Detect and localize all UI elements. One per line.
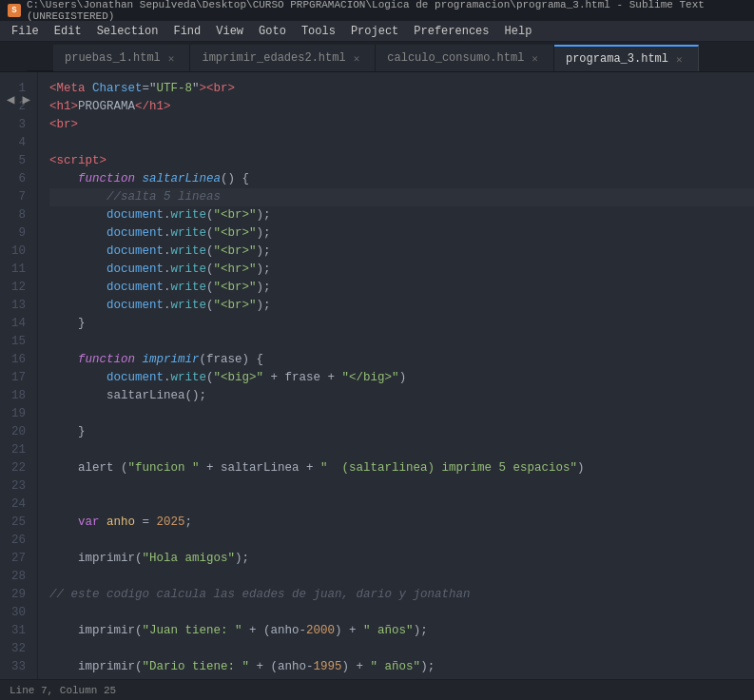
- code-area[interactable]: <Meta Charset="UTF-8"><br> <h1>PROGRAMA<…: [38, 72, 754, 679]
- code-line-17: document.write("<big>" + frase + "</big>…: [49, 369, 754, 387]
- code-line-20: }: [49, 423, 754, 441]
- code-line-15: [49, 333, 754, 351]
- menu-help[interactable]: Help: [497, 21, 540, 41]
- code-line-11: document.write("<hr>");: [49, 261, 754, 279]
- code-line-2: <h1>PROGRAMA</h1>: [49, 98, 754, 116]
- code-line-18: saltarLinea();: [49, 387, 754, 405]
- menubar: File Edit Selection Find View Goto Tools…: [0, 21, 754, 42]
- code-line-8: document.write("<br>");: [49, 206, 754, 224]
- code-line-21: [49, 441, 754, 459]
- titlebar: S C:\Users\Jonathan Sepulveda\Desktop\CU…: [0, 0, 754, 21]
- tab-calculo[interactable]: calculo_consumo.html ✕: [376, 45, 554, 71]
- menu-project[interactable]: Project: [343, 21, 406, 41]
- tab-close[interactable]: ✕: [166, 52, 177, 65]
- app-icon: S: [8, 4, 21, 17]
- tab-close[interactable]: ✕: [352, 52, 362, 65]
- code-line-6: function saltarLinea() {: [49, 170, 754, 188]
- line-numbers: 1234 5678 9101112 13141516 17181920 2122…: [0, 72, 38, 679]
- menu-goto[interactable]: Goto: [251, 21, 294, 41]
- code-line-28: [49, 568, 754, 586]
- code-line-1: <Meta Charset="UTF-8"><br>: [49, 80, 754, 98]
- tab-nav-arrows: ◀ ▶: [4, 84, 33, 114]
- status-position: Line 7, Column 25: [10, 685, 116, 696]
- code-line-33: imprimir("Dario tiene: " + (anho-1995) +…: [49, 658, 754, 676]
- tab-label: calculo_consumo.html: [387, 51, 524, 65]
- code-line-23: [49, 477, 754, 496]
- title-text: C:\Users\Jonathan Sepulveda\Desktop\CURS…: [27, 0, 746, 22]
- code-line-29: // este codigo calcula las edades de jua…: [49, 586, 754, 604]
- code-line-12: document.write("<br>");: [49, 279, 754, 297]
- tab-label-active: programa_3.html: [566, 52, 668, 66]
- code-line-26: [49, 532, 754, 550]
- code-line-24: [49, 496, 754, 514]
- menu-file[interactable]: File: [4, 21, 47, 41]
- code-line-19: [49, 405, 754, 423]
- menu-view[interactable]: View: [208, 21, 251, 41]
- code-line-7: //salta 5 lineas: [49, 188, 754, 206]
- code-line-25: var anho = 2025;: [49, 514, 754, 532]
- statusbar: Line 7, Column 25: [0, 679, 754, 700]
- code-line-10: document.write("<br>");: [49, 243, 754, 261]
- code-line-4: [49, 134, 754, 152]
- tab-label: pruebas_1.html: [65, 51, 161, 65]
- tab-label: imprimir_edades2.html: [202, 51, 345, 65]
- editor: 1234 5678 9101112 13141516 17181920 2122…: [0, 72, 754, 679]
- tab-programa3[interactable]: programa_3.html ✕: [554, 45, 699, 71]
- tab-close[interactable]: ✕: [530, 52, 540, 65]
- code-line-27: imprimir("Hola amigos");: [49, 550, 754, 568]
- code-line-30: [49, 604, 754, 622]
- tab-imprimir[interactable]: imprimir_edades2.html ✕: [190, 45, 376, 71]
- code-line-16: function imprimir(frase) {: [49, 351, 754, 369]
- tab-prev-arrow[interactable]: ◀: [4, 91, 17, 107]
- code-line-31: imprimir("Juan tiene: " + (anho-2000) + …: [49, 622, 754, 640]
- code-line-9: document.write("<br>");: [49, 224, 754, 243]
- code-line-3: <br>: [49, 116, 754, 134]
- tabbar: pruebas_1.html ✕ imprimir_edades2.html ✕…: [27, 42, 699, 71]
- menu-find[interactable]: Find: [165, 21, 208, 41]
- code-line-14: }: [49, 315, 754, 333]
- tab-next-arrow[interactable]: ▶: [19, 91, 32, 107]
- code-line-22: alert ("funcion " + saltarLinea + " (sal…: [49, 459, 754, 477]
- menu-edit[interactable]: Edit: [47, 21, 89, 41]
- menu-tools[interactable]: Tools: [294, 21, 343, 41]
- code-line-13: document.write("<br>");: [49, 297, 754, 315]
- code-line-5: <script>: [49, 152, 754, 170]
- tab-close-active[interactable]: ✕: [674, 53, 685, 66]
- code-line-32: [49, 640, 754, 658]
- tab-pruebas[interactable]: pruebas_1.html ✕: [53, 45, 190, 71]
- menu-preferences[interactable]: Preferences: [406, 21, 496, 41]
- menu-selection[interactable]: Selection: [89, 21, 166, 41]
